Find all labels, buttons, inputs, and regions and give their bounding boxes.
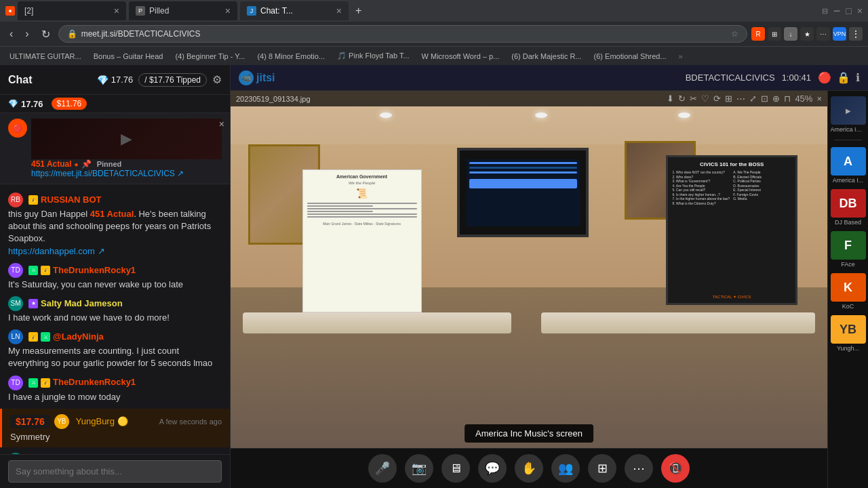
grid-button[interactable]: ⊞	[588, 454, 616, 483]
ext-icon-3[interactable]: ↓	[784, 27, 797, 41]
tab2[interactable]: P Pilled ×	[129, 1, 237, 20]
doc-footer: Main Grand James · State Militas · State…	[323, 222, 401, 226]
msg-header: RB 💰 RUSSIAN BOT	[8, 192, 222, 207]
chat-message: RB 💰 RUSSIAN BOT this guy Dan Happel 451…	[0, 190, 230, 260]
crop-icon[interactable]: ✂	[690, 94, 697, 104]
settings-icon[interactable]: ⚙	[212, 73, 222, 86]
expand-icon[interactable]: ⤢	[749, 94, 757, 104]
participant-item[interactable]: YB Yungh...	[831, 315, 865, 352]
doc-line	[307, 208, 417, 209]
win-close-button[interactable]: ×	[857, 5, 863, 16]
participant-item[interactable]: F FAce	[831, 231, 865, 268]
mod-badge: ⚔	[28, 266, 38, 275]
chat-input[interactable]	[8, 460, 222, 483]
ext-icon-4[interactable]: ★	[800, 27, 814, 41]
info-icon[interactable]: ℹ	[856, 71, 860, 84]
camera-button[interactable]: 📷	[405, 454, 433, 483]
rotate-icon[interactable]: ⟳	[713, 94, 721, 104]
heart-icon[interactable]: ♡	[701, 94, 709, 104]
tip-amount-badge: $11.76	[52, 98, 87, 110]
window-icon[interactable]: ⊓	[784, 94, 791, 104]
image-toolbar: 20230519_091334.jpg ⬇ ↻ ✂ ♡ ⟳ ⊞ ⋯ ⤢ ⊡ ⊕	[231, 91, 827, 106]
username: RUSSIAN BOT	[41, 194, 102, 206]
bookmark-7[interactable]: (6) Emotional Shred...	[590, 51, 671, 62]
participant-name: FAce	[841, 261, 855, 268]
extension-icons: R ⊞ ↓ ★ ⋯ VPN ⋮	[751, 27, 863, 41]
tab1[interactable]: [2] ×	[18, 1, 126, 20]
hand-raise-button[interactable]: ✋	[515, 454, 543, 483]
menu-icon[interactable]: ⋮	[849, 27, 863, 41]
ext-icon-5[interactable]: ⋯	[816, 27, 830, 41]
more-icon[interactable]: ⋯	[736, 94, 745, 104]
doc-decoration: 📜	[356, 188, 368, 199]
bookmark-2[interactable]: (4) Beginner Tip - Y...	[171, 51, 249, 62]
record-icon[interactable]: 🔴	[818, 71, 831, 84]
grid-icon[interactable]: ⊞	[725, 94, 732, 104]
more-options-button[interactable]: ⋯	[625, 454, 653, 483]
participant-item[interactable]: ▶ America Inc M...	[831, 96, 865, 133]
document-stand: American Government We the People 📜	[302, 169, 422, 312]
download-icon[interactable]: ⬇	[667, 94, 674, 104]
bookmark-4[interactable]: 🎵 Pink Floyd Tab T...	[333, 50, 414, 62]
participant-item[interactable]: K KoC	[831, 273, 865, 310]
forward-button[interactable]: ›	[21, 26, 33, 41]
civics-board-content: 1. Who does NOT run the country? 2. Who …	[672, 170, 791, 291]
vpn-icon[interactable]: VPN	[833, 27, 846, 41]
back-button[interactable]: ‹	[5, 26, 17, 41]
people-button[interactable]: 👥	[551, 454, 580, 483]
msg-link[interactable]: https://danhappel.com ↗	[8, 246, 105, 256]
bookmark-1[interactable]: Bonus – Guitar Head	[90, 51, 167, 62]
win-restore-icon: ⊟	[822, 7, 828, 16]
zoom-icon[interactable]: ⊕	[772, 94, 780, 104]
bits-diamond-icon: 💎	[97, 75, 108, 85]
tab2-label: Pilled	[149, 6, 169, 16]
viewer-count: 17.76	[21, 99, 43, 109]
fit-icon[interactable]: ⊡	[761, 94, 768, 104]
doc-title: American Government	[336, 174, 387, 180]
pinned-badge: ●	[75, 161, 79, 168]
jitsi-image-container: 20230519_091334.jpg ⬇ ↻ ✂ ♡ ⟳ ⊞ ⋯ ⤢ ⊡ ⊕	[231, 91, 827, 448]
tab3-close[interactable]: ×	[336, 5, 342, 16]
security-icon[interactable]: 🔒	[837, 71, 850, 84]
chat-header-right: 💎 17.76 / $17.76 Tipped ⚙	[97, 73, 222, 87]
refresh-icon[interactable]: ↻	[678, 94, 686, 104]
tv-content	[467, 159, 580, 226]
ext-icon-1[interactable]: R	[751, 27, 765, 41]
bookmark-3[interactable]: (4) 8 Minor Emotio...	[253, 51, 329, 62]
participant-video: ▶	[831, 96, 866, 125]
doc-line	[307, 214, 417, 215]
chat-button[interactable]: 💬	[478, 454, 507, 483]
participant-item[interactable]: A America I...	[831, 147, 865, 184]
tab2-close[interactable]: ×	[225, 5, 231, 16]
bookmark-5[interactable]: W Microsoft Word – p...	[418, 51, 504, 62]
bookmarks-more[interactable]: »	[675, 51, 687, 62]
win-max-button[interactable]: □	[846, 5, 851, 16]
screen-share-button[interactable]: 🖥	[441, 454, 470, 483]
win-min-button[interactable]: −	[833, 4, 841, 18]
messages-area[interactable]: RB 💰 RUSSIAN BOT this guy Dan Happel 451…	[0, 184, 230, 454]
highlighted-username: YungBurg 🟡	[76, 416, 128, 426]
tab3[interactable]: J Chat: T... ×	[240, 1, 349, 20]
pinned-close-button[interactable]: ×	[219, 119, 224, 129]
avatar: RB	[8, 192, 23, 207]
civics-col-2: A. We The People B. Elected Officials C.…	[733, 170, 791, 291]
pinned-content: ▶ 451 Actual ● 📌 Pinned https://meet.jit…	[31, 119, 222, 178]
pinned-link[interactable]: https://meet.jit.si/BDETACTICALCIVICS ↗	[31, 169, 222, 178]
close-icon[interactable]: ×	[816, 94, 822, 104]
new-tab-button[interactable]: +	[351, 5, 366, 17]
end-call-button[interactable]: 📵	[661, 454, 690, 483]
tab1-close[interactable]: ×	[114, 5, 119, 16]
bookmark-6[interactable]: (6) Dark Majestic R...	[507, 51, 585, 62]
bookmark-0[interactable]: ULTIMATE GUITAR...	[5, 51, 85, 62]
jitsi-logo-text: jitsi	[256, 72, 275, 84]
ext-icon-2[interactable]: ⊞	[768, 27, 781, 41]
meeting-name: BDETACTICALCIVICS	[686, 73, 775, 83]
participant-name: America Inc M...	[831, 126, 866, 133]
mic-button[interactable]: 🎤	[368, 454, 397, 483]
refresh-button[interactable]: ↻	[37, 26, 54, 42]
bookmark-star-icon[interactable]: ☆	[731, 29, 738, 39]
jitsi-header-icons: 🔴 🔒 ℹ	[818, 71, 860, 84]
chat-message: LN 💰 ⚔ @LadyNinja My measurements are co…	[0, 327, 230, 372]
url-bar[interactable]: 🔒 meet.jit.si/BDETACTICALCIVICS ☆	[58, 25, 747, 43]
participant-item[interactable]: DB DJ Based	[831, 189, 865, 226]
